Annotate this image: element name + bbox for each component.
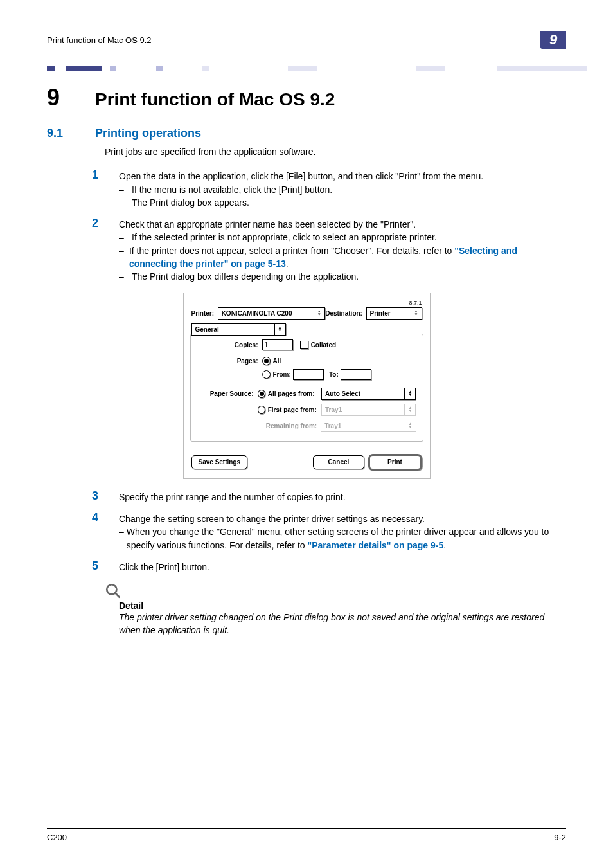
decor-segment [202, 66, 209, 71]
step-text: Open the data in the application, click … [119, 170, 566, 183]
pages-to-label: To: [329, 371, 339, 378]
decor-segment [47, 66, 55, 71]
cross-ref-link[interactable]: "Parameter details" on page 9-5 [308, 540, 444, 550]
printer-select[interactable]: KONICAMINOLTA C200▲▼ [218, 307, 325, 320]
from-input[interactable] [293, 369, 324, 380]
all-pages-from-label: All pages from: [268, 390, 321, 397]
to-input[interactable] [341, 369, 371, 380]
dash: – [119, 270, 132, 283]
step-text: Click the [Print] button. [119, 561, 566, 574]
decor-segment [110, 66, 116, 71]
step-subtext: –If the printer does not appear, select … [119, 244, 566, 271]
dash: – [119, 231, 132, 244]
decor-segment [156, 66, 163, 71]
section-number: 9.1 [47, 127, 95, 140]
dash: – [119, 525, 127, 538]
print-button[interactable]: Print [368, 454, 422, 471]
detail-heading: Detail [119, 601, 566, 611]
copies-input[interactable]: 1 [262, 339, 293, 350]
step: 5Click the [Print] button. [105, 561, 566, 574]
remaining-select: Tray1▲▼ [321, 420, 416, 432]
chapter-badge: 9 [540, 31, 566, 49]
all-pages-radio[interactable] [258, 390, 265, 398]
step-text: Change the setting screen to change the … [119, 512, 566, 525]
decor-segment [288, 66, 317, 71]
dash: – [119, 244, 129, 257]
print-dialog: 8.7.1Printer: KONICAMINOLTA C200▲▼Destin… [183, 293, 431, 479]
svg-line-1 [115, 593, 120, 597]
destination-label: Destination: [325, 310, 362, 317]
pages-label: Pages: [197, 357, 262, 365]
pages-all-label: All [273, 357, 281, 365]
decor-segment [66, 66, 102, 71]
collated-label: Collated [311, 341, 336, 348]
chapter-title: Print function of Mac OS 9.2 [95, 89, 335, 110]
pages-from-label: From: [273, 371, 291, 378]
collated-checkbox[interactable] [300, 341, 308, 349]
printer-label: Printer: [191, 310, 215, 317]
step-subtext: –When you change the "General" menu, oth… [119, 525, 566, 552]
step-number: 4 [92, 511, 98, 525]
copies-label: Copies: [197, 341, 262, 348]
step: 4Change the setting screen to change the… [105, 512, 566, 552]
section-title: Printing operations [95, 127, 201, 140]
decor-segment [497, 66, 587, 71]
running-header: Print function of Mac OS 9.2 [47, 35, 152, 45]
decor-bar [47, 66, 566, 71]
step-number: 2 [92, 217, 98, 230]
first-page-from-label: First page from: [268, 406, 321, 413]
step-subtext: –If the selected printer is not appropri… [119, 231, 566, 244]
footer-left: C200 [47, 833, 67, 842]
paper-source-label: Paper Source: [197, 390, 258, 397]
step-number: 1 [92, 168, 98, 182]
decor-segment [416, 66, 445, 71]
step-number: 3 [92, 489, 98, 503]
page-footer: C200 9-2 [47, 828, 566, 842]
dialog-version: 8.7.1 [191, 300, 422, 306]
footer-right: 9-2 [554, 833, 566, 842]
first-page-select: Tray1▲▼ [321, 404, 416, 416]
step-text: Specify the print range and the number o… [119, 491, 566, 503]
step-number: 5 [92, 559, 98, 573]
save-settings-button[interactable]: Save Settings [191, 455, 248, 469]
cancel-button[interactable]: Cancel [313, 455, 364, 469]
step-subtext: –If the menu is not available, click the… [119, 183, 566, 196]
step: 2Check that an appropriate printer name … [105, 218, 566, 283]
step: 3Specify the print range and the number … [105, 491, 566, 503]
dialog-group: Copies:1 CollatedPages:AllFrom: To: Pape… [190, 334, 423, 442]
pages-all-radio[interactable] [262, 357, 271, 365]
header-rule [47, 53, 566, 53]
first-page-radio[interactable] [258, 406, 265, 414]
pages-from-radio[interactable] [262, 370, 271, 379]
step-subtext: The Print dialog box appears. [119, 196, 566, 209]
step: 1Open the data in the application, click… [105, 170, 566, 209]
intro-text: Print jobs are specified from the applic… [105, 145, 566, 158]
destination-select[interactable]: Printer▲▼ [366, 307, 422, 320]
detail-icon [105, 583, 566, 602]
dash: – [119, 183, 132, 196]
all-pages-select[interactable]: Auto Select▲▼ [321, 388, 416, 400]
cross-ref-link[interactable]: "Selecting and connecting the printer" o… [129, 246, 517, 269]
remaining-from-label: Remaining from: [197, 422, 321, 429]
detail-body: The printer driver setting changed on th… [119, 611, 566, 637]
step-subtext: –The Print dialog box differs depending … [119, 270, 566, 283]
step-text: Check that an appropriate printer name h… [119, 218, 566, 231]
chapter-number: 9 [47, 84, 95, 111]
